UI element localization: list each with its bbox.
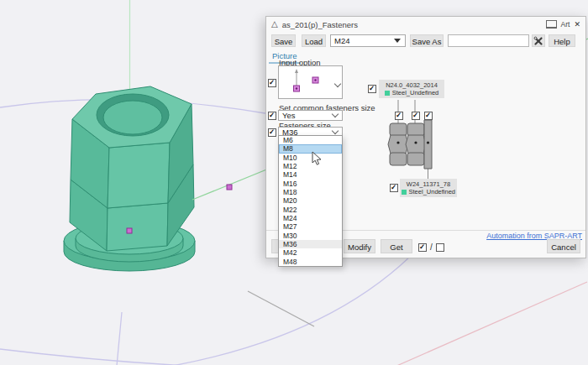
dropdown-item[interactable]: M20 (279, 196, 342, 205)
tools-icon (533, 36, 543, 46)
nut-tag: N24.0_4032_2014 Steel_Undefined (379, 80, 444, 98)
dropdown-arrow-icon (394, 39, 401, 43)
input-option-preview (279, 66, 329, 98)
dropdown-item[interactable]: M42 (279, 248, 342, 257)
nut-name: N24.0_4032_2014 (381, 81, 443, 89)
dropdown-item[interactable]: M18 (279, 188, 342, 196)
dropdown-item[interactable]: M12 (279, 162, 342, 170)
nut-material: Steel_Undefined (392, 89, 438, 96)
pink-sketch-line (395, 282, 587, 365)
save-as-button[interactable]: Save As (410, 34, 444, 47)
fasteners-size-checkbox[interactable] (268, 128, 276, 137)
dropdown-item[interactable]: M16 (279, 180, 342, 188)
close-icon[interactable]: ✕ (574, 20, 580, 29)
material-swatch-icon (385, 91, 390, 96)
check-all-toggle[interactable]: / (418, 242, 444, 252)
dropdown-item[interactable]: M27 (279, 222, 342, 231)
set-common-combo[interactable]: Yes (278, 110, 343, 121)
slash-separator: / (430, 242, 433, 252)
upper-nut-3d[interactable] (71, 86, 193, 208)
input-option-checkbox[interactable] (268, 79, 276, 87)
cancel-button[interactable]: Cancel (547, 239, 580, 253)
help-button[interactable]: Help (549, 34, 575, 47)
washer-tag: W24_11371_78 Steel_Undefined (400, 179, 457, 197)
washer-checkbox[interactable] (424, 112, 433, 120)
dropdown-item[interactable]: M30 (279, 232, 342, 240)
window-icon (546, 20, 557, 29)
nut1-checkbox[interactable] (395, 112, 403, 120)
dialog-title: as_201(p)_Fasteners (282, 20, 358, 29)
modify-button[interactable]: Modify (344, 239, 375, 253)
warning-icon: △ (271, 20, 278, 29)
size-combo[interactable]: M24 (330, 34, 406, 47)
dropdown-item[interactable]: M6 (279, 136, 342, 144)
dropdown-item[interactable]: M10 (279, 154, 342, 162)
washer-material: Steel_Undefined (409, 188, 455, 196)
nut-group-checkbox[interactable] (368, 85, 376, 93)
save-button[interactable]: Save (271, 34, 296, 47)
uncheck-all-checkbox[interactable] (436, 243, 444, 252)
washer-group-checkbox[interactable] (390, 184, 398, 192)
dialog-titlebar[interactable]: △ as_201(p)_Fasteners Art ✕ (266, 17, 585, 32)
filename-input[interactable] (448, 34, 529, 47)
set-common-value: Yes (282, 111, 296, 120)
washer-name: W24_11371_78 (402, 180, 455, 188)
nut2-checkbox[interactable] (412, 112, 420, 120)
dropdown-item[interactable]: M8 (279, 144, 342, 153)
load-button[interactable]: Load (302, 34, 326, 47)
dropdown-item[interactable]: M14 (279, 170, 342, 179)
chevron-down-icon (332, 111, 339, 117)
set-common-checkbox[interactable] (268, 112, 276, 120)
dropdown-item[interactable]: M22 (279, 206, 342, 214)
gray-sketch-segment (248, 291, 314, 326)
material-swatch-icon (402, 190, 407, 195)
mouse-cursor (312, 151, 323, 166)
size-combo-value: M24 (334, 36, 349, 45)
dropdown-item[interactable]: M36 (279, 240, 342, 248)
get-button[interactable]: Get (381, 239, 412, 253)
art-label: Art (561, 20, 570, 29)
input-option-combo[interactable] (278, 65, 343, 99)
settings-button[interactable] (532, 34, 545, 47)
check-all-checkbox[interactable] (418, 243, 427, 252)
chevron-down-icon (332, 128, 339, 134)
fasteners-size-dropdown-list[interactable]: M6M8M10M12M14M16M18M20M22M24M27M30M36M42… (278, 135, 343, 267)
dropdown-item[interactable]: M48 (279, 258, 342, 266)
dropdown-item[interactable]: M24 (279, 214, 342, 222)
chevron-down-icon (334, 81, 341, 87)
